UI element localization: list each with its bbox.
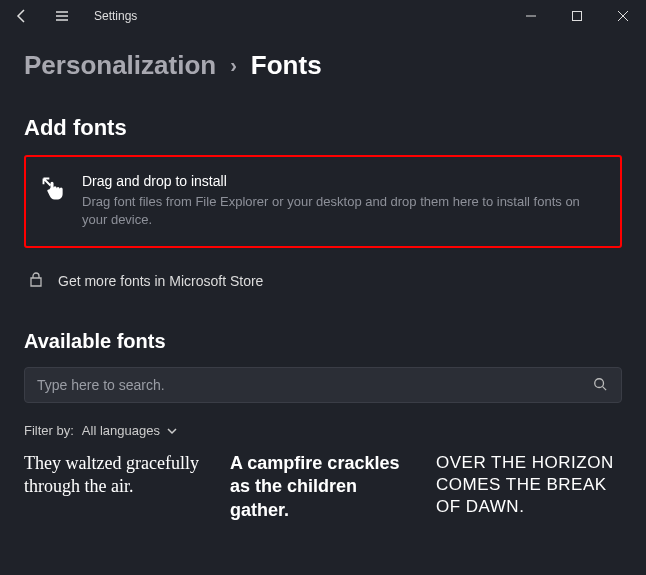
chevron-down-icon	[166, 425, 178, 437]
filter-dropdown[interactable]: All languages	[82, 423, 178, 438]
search-input[interactable]	[37, 377, 593, 393]
back-button[interactable]	[8, 2, 36, 30]
font-preview-grid: They waltzed gracefully through the air.…	[24, 452, 622, 530]
breadcrumb-parent[interactable]: Personalization	[24, 50, 216, 81]
maximize-button[interactable]	[554, 0, 600, 32]
search-icon	[593, 377, 609, 393]
store-link[interactable]: Get more fonts in Microsoft Store	[24, 266, 622, 296]
font-preview-card[interactable]: Over the horizon comes the break of dawn…	[436, 452, 622, 522]
filter-value: All languages	[82, 423, 160, 438]
add-fonts-heading: Add fonts	[24, 115, 622, 141]
breadcrumb: Personalization › Fonts	[0, 32, 646, 89]
font-dropzone[interactable]: Drag and drop to install Drag font files…	[24, 155, 622, 248]
dropzone-title: Drag and drop to install	[82, 173, 606, 189]
cursor-hand-icon	[40, 175, 68, 203]
svg-point-1	[595, 379, 604, 388]
svg-rect-0	[573, 12, 582, 21]
filter-row: Filter by: All languages	[24, 423, 622, 438]
chevron-right-icon: ›	[230, 54, 237, 77]
window-title: Settings	[94, 9, 137, 23]
dropzone-subtitle: Drag font files from File Explorer or yo…	[82, 193, 606, 228]
available-fonts-heading: Available fonts	[24, 330, 622, 353]
titlebar: Settings	[0, 0, 646, 32]
breadcrumb-current: Fonts	[251, 50, 322, 81]
font-preview-card[interactable]: They waltzed gracefully through the air.	[24, 452, 210, 522]
menu-button[interactable]	[48, 2, 76, 30]
store-icon	[28, 272, 46, 290]
close-button[interactable]	[600, 0, 646, 32]
minimize-button[interactable]	[508, 0, 554, 32]
store-link-label: Get more fonts in Microsoft Store	[58, 273, 263, 289]
font-preview-card[interactable]: A campfire crackles as the children gath…	[230, 452, 416, 522]
font-search-box[interactable]	[24, 367, 622, 403]
filter-label: Filter by:	[24, 423, 74, 438]
